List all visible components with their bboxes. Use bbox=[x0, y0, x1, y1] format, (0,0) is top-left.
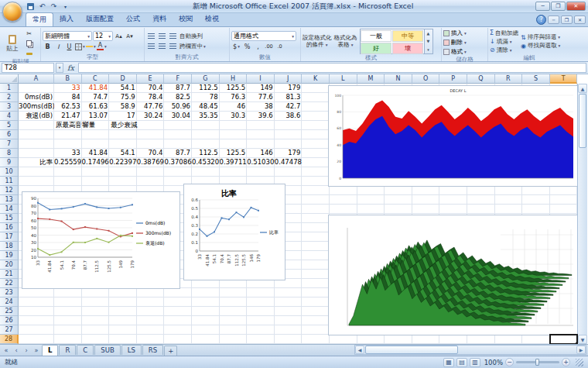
col-header-Q[interactable]: Q bbox=[467, 74, 495, 84]
increase-decimal-button[interactable]: .00 bbox=[264, 42, 274, 51]
scroll-right-button[interactable]: ▶ bbox=[576, 346, 586, 354]
col-header-E[interactable]: E bbox=[137, 74, 165, 84]
normal-view-button[interactable]: ▦ bbox=[443, 358, 454, 367]
cell-E4[interactable]: 30.24 bbox=[137, 112, 165, 121]
cell-D1[interactable]: 54.1 bbox=[109, 84, 137, 93]
cell-D8[interactable]: 54.1 bbox=[109, 149, 137, 158]
qat-dropdown[interactable]: ▾ bbox=[60, 2, 70, 12]
cell-E1[interactable]: 70.4 bbox=[137, 84, 165, 93]
cell-F8[interactable]: 87.7 bbox=[164, 149, 192, 158]
cell-F9[interactable]: 0.370864 bbox=[164, 158, 192, 167]
cell-I8[interactable]: 146 bbox=[247, 149, 275, 158]
cell-E3[interactable]: 47.76 bbox=[137, 102, 165, 112]
name-box[interactable]: T28 bbox=[2, 63, 54, 73]
workbook-minimize-button[interactable]: ─ bbox=[548, 15, 559, 24]
row-header-14[interactable]: 14 bbox=[0, 205, 19, 214]
cell-E2[interactable]: 78.4 bbox=[137, 93, 165, 102]
minimize-button[interactable]: ─ bbox=[535, 2, 550, 11]
cell-B9[interactable]: 0.255595 bbox=[54, 158, 82, 167]
col-header-J[interactable]: J bbox=[275, 74, 303, 84]
help-button[interactable]: ? bbox=[536, 15, 546, 25]
scroll-left-button[interactable]: ◀ bbox=[355, 346, 364, 354]
workbook-restore-button[interactable]: ❐ bbox=[561, 15, 573, 24]
col-header-C[interactable]: C bbox=[82, 74, 110, 84]
office-button[interactable] bbox=[2, 2, 22, 22]
row-header-6[interactable]: 6 bbox=[0, 130, 19, 139]
col-header-A[interactable]: A bbox=[19, 74, 54, 84]
col-header-G[interactable]: G bbox=[192, 74, 220, 84]
first-sheet-button[interactable]: « bbox=[2, 346, 11, 355]
cell-C2[interactable]: 74.7 bbox=[82, 93, 110, 102]
col-header-M[interactable]: M bbox=[357, 74, 385, 84]
col-header-P[interactable]: P bbox=[439, 74, 467, 84]
cell-I9[interactable]: 0.510309 bbox=[247, 158, 275, 167]
maximize-button[interactable]: ❐ bbox=[551, 2, 566, 11]
font-color-button[interactable]: A▾ bbox=[97, 42, 107, 51]
cell-E9[interactable]: 0.387692 bbox=[137, 158, 165, 167]
row-header-15[interactable]: 15 bbox=[0, 214, 19, 223]
close-button[interactable]: ✕ bbox=[566, 2, 586, 11]
cell-A9[interactable]: 比率 bbox=[19, 158, 54, 167]
align-left-button[interactable] bbox=[146, 42, 156, 51]
ribbon-tab-版面配置[interactable]: 版面配置 bbox=[80, 12, 120, 26]
undo-button[interactable]: ↶ bbox=[37, 2, 47, 12]
zoom-in-button[interactable]: + bbox=[562, 358, 570, 366]
cell-H1[interactable]: 125.5 bbox=[220, 84, 248, 93]
fill-color-button[interactable]: ▾ bbox=[86, 42, 96, 51]
cell-J9[interactable]: 0.474785 bbox=[275, 158, 303, 167]
page-break-view-button[interactable]: ▥ bbox=[470, 358, 480, 367]
row-header-16[interactable]: 16 bbox=[0, 223, 19, 232]
find-select-button[interactable]: ◉尋找與選取▾ bbox=[521, 42, 560, 50]
resize-grip[interactable] bbox=[576, 359, 583, 366]
cell-C9[interactable]: 0.174967 bbox=[82, 158, 110, 167]
number-format-select[interactable]: 通用格式▾ bbox=[231, 31, 296, 41]
ribbon-tab-插入[interactable]: 插入 bbox=[53, 12, 80, 26]
row-header-10[interactable]: 10 bbox=[0, 167, 19, 177]
horizontal-scroll-thumb[interactable] bbox=[365, 346, 458, 354]
clear-button[interactable]: ⊘清除▾ bbox=[490, 46, 518, 54]
row-header-27[interactable]: 27 bbox=[0, 325, 19, 335]
row-header-7[interactable]: 7 bbox=[0, 139, 19, 149]
gallery-up-button[interactable]: ▲ bbox=[425, 29, 432, 37]
row-header-3[interactable]: 3 bbox=[0, 102, 19, 112]
chart-surface-3d[interactable] bbox=[328, 215, 579, 335]
align-center-button[interactable] bbox=[157, 42, 167, 51]
formula-input[interactable] bbox=[78, 63, 586, 73]
delete-cells-button[interactable]: 刪除▾ bbox=[443, 38, 467, 46]
cell-J4[interactable]: 38.6 bbox=[275, 112, 303, 121]
sheet-tab-R[interactable]: R bbox=[59, 345, 76, 355]
row-header-18[interactable]: 18 bbox=[0, 242, 19, 251]
ribbon-tab-資料[interactable]: 資料 bbox=[146, 12, 173, 26]
cell-H9[interactable]: 0.397117 bbox=[220, 158, 248, 167]
cell-C3[interactable]: 61.63 bbox=[82, 102, 110, 112]
percent-button[interactable]: % bbox=[242, 42, 252, 51]
col-header-F[interactable]: F bbox=[164, 74, 192, 84]
cell-F1[interactable]: 87.7 bbox=[164, 84, 192, 93]
vertical-scroll-track[interactable] bbox=[578, 149, 587, 335]
row-header-19[interactable]: 19 bbox=[0, 251, 19, 260]
ribbon-tab-校閱[interactable]: 校閱 bbox=[173, 12, 199, 26]
cell-C8[interactable]: 41.84 bbox=[82, 149, 110, 158]
row-header-20[interactable]: 20 bbox=[0, 260, 19, 270]
page-layout-view-button[interactable]: ▤ bbox=[456, 358, 467, 367]
zoom-slider[interactable] bbox=[516, 361, 559, 363]
vertical-scroll-thumb[interactable] bbox=[579, 94, 586, 148]
previous-sheet-button[interactable]: ‹ bbox=[12, 346, 21, 355]
cell-D3[interactable]: 58.9 bbox=[109, 102, 137, 112]
cell-G2[interactable]: 78 bbox=[192, 93, 220, 102]
align-right-button[interactable] bbox=[168, 42, 178, 51]
sheet-tab-LS[interactable]: LS bbox=[121, 345, 142, 355]
row-header-21[interactable]: 21 bbox=[0, 270, 19, 279]
paste-button[interactable]: 貼上 bbox=[2, 35, 22, 53]
cell-A3[interactable]: 300ms(dB) bbox=[19, 102, 54, 112]
horizontal-scrollbar[interactable]: ◀ ▶ bbox=[354, 345, 586, 355]
shrink-font-button[interactable]: A▾ bbox=[125, 32, 135, 41]
sheet-tab-SUB[interactable]: SUB bbox=[94, 345, 120, 355]
cell-I3[interactable]: 38 bbox=[247, 102, 275, 112]
cell-G9[interactable]: 0.453205 bbox=[192, 158, 220, 167]
workbook-close-button[interactable]: ✕ bbox=[574, 15, 586, 24]
cell-I1[interactable]: 149 bbox=[247, 84, 275, 93]
cell-F2[interactable]: 82.5 bbox=[164, 93, 192, 102]
cell-C1[interactable]: 41.84 bbox=[82, 84, 110, 93]
redo-button[interactable]: ↷ bbox=[49, 2, 59, 12]
